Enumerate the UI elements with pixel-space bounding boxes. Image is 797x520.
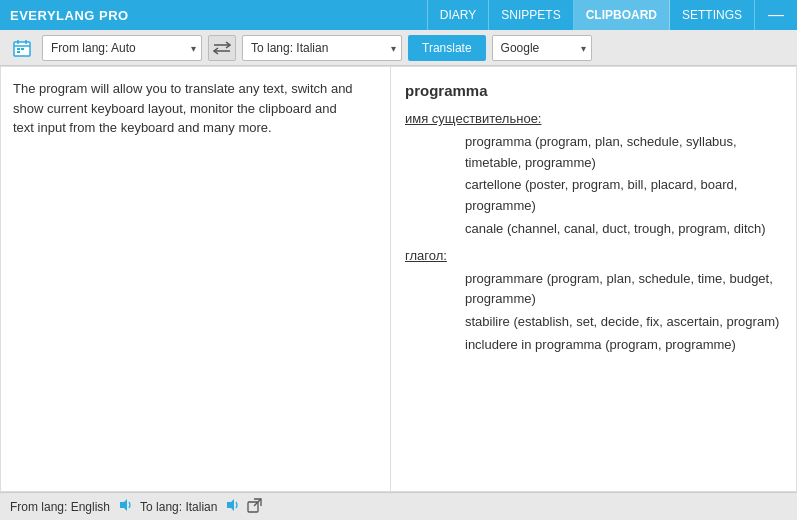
- main-content: The program will allow you to translate …: [0, 66, 797, 492]
- audio-to-icon[interactable]: [225, 498, 239, 515]
- source-text: The program will allow you to translate …: [13, 79, 378, 138]
- left-pane[interactable]: The program will allow you to translate …: [1, 67, 391, 491]
- nav-settings[interactable]: SETTINGS: [670, 0, 755, 30]
- svg-marker-7: [120, 499, 127, 511]
- from-lang-status: From lang: English: [10, 500, 110, 514]
- nav-diary[interactable]: DIARY: [427, 0, 489, 30]
- verb-translation-2: stabilire (establish, set, decide, fix, …: [405, 312, 782, 333]
- svg-rect-6: [17, 51, 20, 53]
- engine-select-wrapper: Google Bing DeepL Yandex ▾: [492, 35, 592, 61]
- svg-rect-4: [17, 48, 20, 50]
- from-lang-wrapper: From lang: Auto From lang: English From …: [42, 35, 202, 61]
- minimize-button[interactable]: —: [765, 4, 787, 26]
- pos-verb: глагол:: [405, 246, 782, 267]
- title-bar: EVERYLANG PRO DIARY SNIPPETS CLIPBOARD S…: [0, 0, 797, 30]
- translate-button[interactable]: Translate: [408, 35, 486, 61]
- svg-rect-5: [21, 48, 24, 50]
- verb-translation-3: includere in programma (program, program…: [405, 335, 782, 356]
- to-lang-status: To lang: Italian: [140, 500, 217, 514]
- verb-translation-1: programmare (program, plan, schedule, ti…: [405, 269, 782, 311]
- nav-menu: DIARY SNIPPETS CLIPBOARD SETTINGS —: [427, 0, 787, 30]
- toolbar: From lang: Auto From lang: English From …: [0, 30, 797, 66]
- right-pane: programma имя существительное: programma…: [391, 67, 796, 491]
- translated-word: programma: [405, 79, 782, 103]
- noun-translation-1: programma (program, plan, schedule, syll…: [405, 132, 782, 174]
- external-link-icon[interactable]: [247, 498, 262, 516]
- status-bar: From lang: English To lang: Italian: [0, 492, 797, 520]
- to-lang-select[interactable]: To lang: Italian To lang: English To lan…: [242, 35, 402, 61]
- calendar-icon[interactable]: [8, 34, 36, 62]
- engine-select[interactable]: Google Bing DeepL Yandex: [492, 35, 592, 61]
- pos-noun: имя существительное:: [405, 109, 782, 130]
- to-lang-wrapper: To lang: Italian To lang: English To lan…: [242, 35, 402, 61]
- audio-from-icon[interactable]: [118, 498, 132, 515]
- noun-translation-2: cartellone (poster, program, bill, placa…: [405, 175, 782, 217]
- app-title: EVERYLANG PRO: [10, 8, 129, 23]
- noun-translation-3: canale (channel, canal, duct, trough, pr…: [405, 219, 782, 240]
- from-lang-select[interactable]: From lang: Auto From lang: English From …: [42, 35, 202, 61]
- nav-snippets[interactable]: SNIPPETS: [489, 0, 573, 30]
- svg-marker-8: [227, 499, 234, 511]
- swap-languages-button[interactable]: [208, 35, 236, 61]
- nav-clipboard[interactable]: CLIPBOARD: [574, 0, 670, 30]
